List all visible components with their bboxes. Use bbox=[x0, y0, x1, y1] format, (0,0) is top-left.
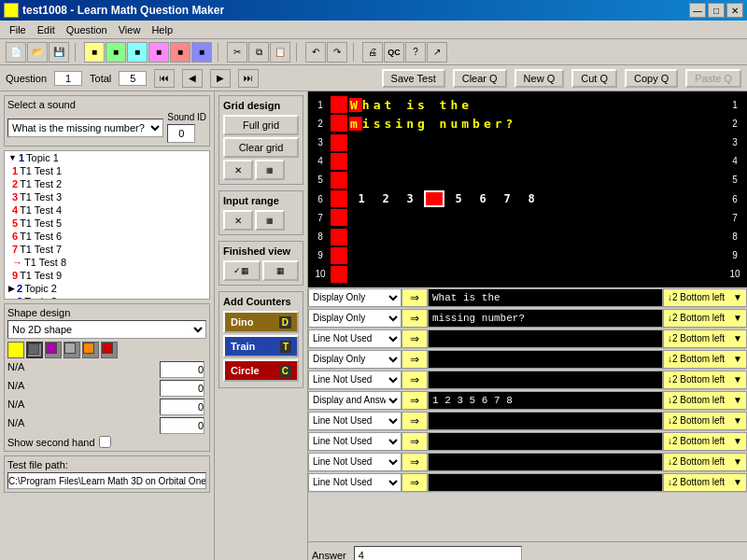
new-icon: 📄 bbox=[10, 47, 21, 57]
finished-view-btn2[interactable]: ▦ bbox=[262, 260, 300, 281]
tree-item-t1t6[interactable]: 6 T1 Test 6 bbox=[5, 230, 209, 243]
nav-last-button[interactable]: ⏭ bbox=[238, 69, 259, 88]
toolbar-btn2[interactable]: ■ bbox=[106, 42, 126, 63]
sound-select[interactable]: What is the missing number? bbox=[7, 119, 163, 137]
nxa-input-2[interactable] bbox=[160, 380, 204, 397]
maximize-button[interactable]: □ bbox=[708, 3, 725, 18]
color-shape2[interactable] bbox=[45, 342, 62, 358]
test-file-input[interactable] bbox=[7, 472, 206, 489]
toolbar-btn3[interactable]: ■ bbox=[127, 42, 148, 63]
train-counter-button[interactable]: Train T bbox=[223, 335, 299, 357]
input-range-btn1[interactable]: ✕ bbox=[223, 210, 253, 231]
color-shape4[interactable] bbox=[82, 342, 99, 358]
menu-edit[interactable]: Edit bbox=[32, 22, 61, 37]
toolbar-print[interactable]: 🖨 bbox=[362, 42, 383, 63]
tree-item-topic2[interactable]: ▶ 2 Topic 2 bbox=[5, 282, 209, 295]
save-test-button[interactable]: Save Test bbox=[382, 69, 445, 88]
right-panel: 1 2 3 4 5 6 7 8 9 10 What is the bbox=[308, 91, 747, 560]
nav-first-button[interactable]: ⏮ bbox=[154, 69, 175, 88]
tree-item-t1t2[interactable]: 2 T1 Test 2 bbox=[5, 177, 209, 190]
copy-q-button[interactable]: Copy Q bbox=[625, 69, 678, 88]
new-q-button[interactable]: New Q bbox=[514, 69, 565, 88]
toolbar-new[interactable]: 📄 bbox=[6, 42, 26, 63]
answer-type-select-7[interactable]: Line Not Used bbox=[308, 412, 402, 430]
answer-type-select-2[interactable]: Display Only bbox=[308, 309, 402, 328]
clear-grid-button[interactable]: Clear grid bbox=[223, 137, 299, 158]
answer-type-select-6[interactable]: Display and Answe bbox=[308, 391, 402, 410]
color-shape1[interactable] bbox=[26, 342, 43, 358]
question-number-input[interactable] bbox=[54, 71, 82, 86]
tree-item-t1t4[interactable]: 4 T1 Test 4 bbox=[5, 203, 209, 217]
total-number-input[interactable] bbox=[119, 71, 147, 86]
toolbar-paste[interactable]: 📋 bbox=[270, 42, 290, 63]
toolbar-sep2 bbox=[218, 43, 221, 62]
menu-file[interactable]: File bbox=[4, 22, 32, 37]
grid-answer-box bbox=[424, 190, 444, 207]
toolbar-save[interactable]: 💾 bbox=[49, 42, 69, 63]
menu-view[interactable]: View bbox=[113, 22, 147, 37]
tree-item-t1t5[interactable]: 5 T1 Test 5 bbox=[5, 217, 209, 230]
toolbar-help[interactable]: ? bbox=[405, 42, 426, 63]
nxa-input-1[interactable] bbox=[160, 361, 204, 378]
toolbar-cut[interactable]: ✂ bbox=[227, 42, 247, 63]
grid-icon-btn1[interactable]: ✕ bbox=[223, 160, 253, 180]
close-button[interactable]: ✕ bbox=[726, 3, 743, 18]
circle-label: Circle bbox=[231, 365, 260, 376]
tree-item-topic3[interactable]: ▶ 3 Topic 3 bbox=[5, 295, 209, 299]
color-yellow[interactable] bbox=[7, 342, 24, 358]
minimize-button[interactable]: — bbox=[689, 3, 706, 18]
color-shape5[interactable] bbox=[101, 342, 118, 358]
tree-item-expand1[interactable]: ▼ 1 Topic 1 bbox=[5, 151, 209, 164]
toolbar-btn1[interactable]: ■ bbox=[84, 42, 105, 63]
color-shape3[interactable] bbox=[63, 342, 80, 358]
clear-q-button[interactable]: Clear Q bbox=[453, 69, 507, 88]
toolbar-redo[interactable]: ↷ bbox=[327, 42, 347, 63]
toolbar-sep3 bbox=[296, 43, 300, 62]
answer-type-select-8[interactable]: Line Not Used bbox=[308, 432, 402, 451]
menu-question[interactable]: Question bbox=[61, 22, 113, 37]
answer-type-select-4[interactable]: Display Only bbox=[308, 350, 402, 369]
sound-id-input[interactable] bbox=[167, 124, 195, 143]
answer-type-select-3[interactable]: Line Not Used bbox=[308, 329, 402, 348]
shape-select[interactable]: No 2D shape bbox=[7, 320, 206, 339]
tree-container[interactable]: ▼ 1 Topic 1 1 T1 Test 1 2 T1 Test 2 3 T1… bbox=[5, 151, 209, 299]
toolbar-copy[interactable]: ⧉ bbox=[248, 42, 269, 63]
tree-label-topic1: Topic 1 bbox=[26, 152, 59, 163]
grid-num-6: 6 bbox=[472, 192, 493, 205]
nav-next-button[interactable]: ▶ bbox=[210, 69, 231, 88]
answer-input[interactable] bbox=[354, 546, 522, 561]
toolbar-qc[interactable]: QC bbox=[384, 42, 404, 63]
tree-item-t1t9[interactable]: 9 T1 Test 9 bbox=[5, 269, 209, 282]
tree-label-t1t5: T1 Test 5 bbox=[20, 217, 62, 229]
toolbar-btn4[interactable]: ■ bbox=[148, 42, 169, 63]
redo-icon: ↷ bbox=[333, 47, 341, 57]
nxa-input-4[interactable] bbox=[160, 417, 204, 434]
toolbar-open[interactable]: 📂 bbox=[27, 42, 48, 63]
show-second-checkbox[interactable] bbox=[99, 436, 111, 448]
tree-num-t1t9: 9 bbox=[12, 270, 18, 281]
dino-counter-button[interactable]: Dino D bbox=[223, 311, 299, 333]
answer-type-select-9[interactable]: Line Not Used bbox=[308, 453, 402, 471]
nxa-input-3[interactable] bbox=[160, 399, 204, 415]
tree-item-t1t7[interactable]: 7 T1 Test 7 bbox=[5, 243, 209, 256]
tree-item-t1t8[interactable]: → T1 Test 8 bbox=[5, 256, 209, 269]
nav-prev-button[interactable]: ◀ bbox=[182, 69, 203, 88]
cut-q-button[interactable]: Cut Q bbox=[571, 69, 617, 88]
finished-view-btn1[interactable]: ✓▦ bbox=[223, 260, 261, 281]
tree-item-t1t3[interactable]: 3 T1 Test 3 bbox=[5, 190, 209, 203]
grid-icon-btn2[interactable]: ▦ bbox=[255, 160, 285, 180]
paste-q-button[interactable]: Paste Q bbox=[685, 69, 741, 88]
tree-item-t1t1[interactable]: 1 T1 Test 1 bbox=[5, 164, 209, 177]
toolbar-btn5[interactable]: ■ bbox=[170, 42, 190, 63]
row-num-2: 2 bbox=[310, 114, 331, 133]
answer-type-select-5[interactable]: Line Not Used bbox=[308, 371, 402, 389]
toolbar-btn6[interactable]: ■ bbox=[191, 42, 212, 63]
circle-counter-button[interactable]: Circle C bbox=[223, 359, 299, 382]
full-grid-button[interactable]: Full grid bbox=[223, 115, 299, 135]
answer-type-select-10[interactable]: Line Not Used bbox=[308, 473, 402, 492]
menu-help[interactable]: Help bbox=[146, 22, 178, 37]
toolbar-arrow[interactable]: ↗ bbox=[427, 42, 447, 63]
input-range-btn2[interactable]: ▦ bbox=[255, 210, 285, 231]
toolbar-undo[interactable]: ↶ bbox=[305, 42, 326, 63]
answer-type-select-1[interactable]: Display Only bbox=[308, 288, 402, 307]
